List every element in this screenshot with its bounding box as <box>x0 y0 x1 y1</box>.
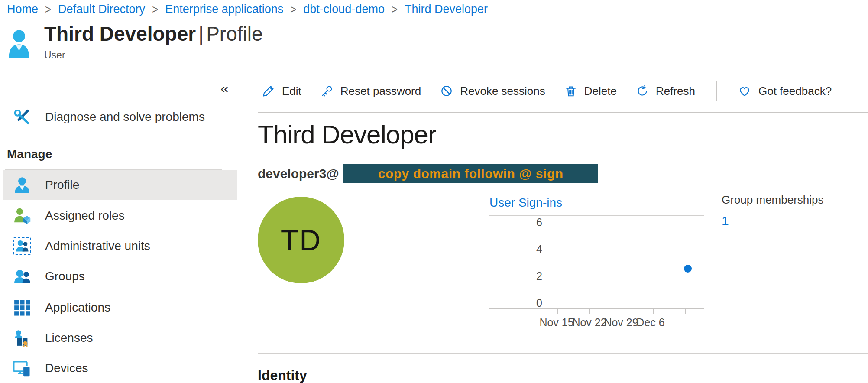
sidebar-item-label: Groups <box>45 269 85 283</box>
edit-label: Edit <box>282 84 301 98</box>
got-feedback-button[interactable]: Got feedback? <box>738 84 832 98</box>
sidebar-collapse-button[interactable]: « <box>220 81 229 95</box>
y-axis-tick-label: 2 <box>489 269 542 282</box>
delete-button[interactable]: Delete <box>564 84 617 98</box>
key-icon <box>321 84 334 97</box>
sidebar-item-groups[interactable]: Groups <box>0 262 237 291</box>
breadcrumb-separator: > <box>392 2 398 16</box>
sidebar: « Diagnose and solve problems Manage <box>0 65 243 383</box>
breadcrumb: Home > Default Directory > Enterprise ap… <box>7 3 488 16</box>
admin-units-icon <box>12 236 32 256</box>
sidebar-item-label: Licenses <box>45 331 93 345</box>
toolbar-rule <box>258 112 868 113</box>
object-type-label: User <box>44 49 263 61</box>
user-sign-ins-link[interactable]: User Sign-ins <box>489 196 562 210</box>
user-type-icon <box>8 29 30 61</box>
pencil-icon <box>262 84 275 97</box>
sidebar-item-label: Assigned roles <box>45 209 125 223</box>
page-title-section: Profile <box>206 23 262 45</box>
main-content: Edit Reset password Re <box>258 65 868 383</box>
sidebar-item-assigned-roles[interactable]: Assigned roles <box>0 201 237 230</box>
sidebar-item-label: Devices <box>45 361 88 375</box>
x-axis-tick <box>653 309 654 314</box>
tools-icon <box>12 107 32 127</box>
revoke-sessions-button[interactable]: Revoke sessions <box>440 84 545 98</box>
avatar[interactable]: TD <box>258 197 344 283</box>
command-bar: Edit Reset password Re <box>262 79 832 103</box>
sidebar-item-devices[interactable]: Devices <box>0 354 237 383</box>
y-axis-tick-label: 6 <box>489 216 542 229</box>
user-principal-name-prefix: developer3@ <box>258 166 339 181</box>
sidebar-item-diagnose[interactable]: Diagnose and solve problems <box>0 103 237 131</box>
x-axis-tick-label: Dec 6 <box>627 316 674 329</box>
people-icon <box>12 266 32 286</box>
sidebar-item-label: Profile <box>45 178 79 192</box>
x-axis-tick <box>557 309 558 314</box>
breadcrumb-enterprise-applications[interactable]: Enterprise applications <box>165 3 283 16</box>
person-icon <box>12 175 32 195</box>
page-title: Third Developer|Profile <box>44 23 263 45</box>
refresh-label: Refresh <box>656 84 695 98</box>
app-grid-icon <box>12 298 32 318</box>
x-axis-tick <box>685 309 686 314</box>
breadcrumb-default-directory[interactable]: Default Directory <box>58 3 145 16</box>
sidebar-section-manage: Manage <box>7 147 52 161</box>
user-sign-ins-chart: User Sign-ins 6 4 2 0 Nov 15 Nov 22 Nov … <box>489 195 706 338</box>
sidebar-item-label: Applications <box>45 301 110 315</box>
breadcrumb-third-developer[interactable]: Third Developer <box>405 3 488 16</box>
trash-icon <box>564 84 577 97</box>
x-axis-tick <box>622 309 622 314</box>
reset-password-label: Reset password <box>340 84 421 98</box>
y-axis-tick-label: 0 <box>489 296 542 309</box>
section-divider <box>258 353 868 354</box>
identity-section-heading: Identity <box>258 367 307 383</box>
user-principal-name-row: developer3@ copy domain followin @ sign <box>258 164 598 183</box>
breadcrumb-dbt-cloud-demo[interactable]: dbt-cloud-demo <box>303 3 385 16</box>
group-memberships-label: Group memberships <box>722 193 824 207</box>
sidebar-item-label: Administrative units <box>45 239 150 253</box>
toolbar-divider <box>716 81 717 101</box>
sidebar-divider <box>5 169 222 170</box>
x-axis-tick <box>589 309 590 314</box>
breadcrumb-separator: > <box>45 2 51 16</box>
refresh-button[interactable]: Refresh <box>636 84 695 98</box>
breadcrumb-separator: > <box>152 2 158 16</box>
edit-button[interactable]: Edit <box>262 84 301 98</box>
y-axis-tick-label: 4 <box>489 243 542 256</box>
sign-in-data-point <box>684 265 692 273</box>
sidebar-item-label: Diagnose and solve problems <box>45 110 205 124</box>
page-title-separator: | <box>198 23 204 45</box>
revoke-sessions-label: Revoke sessions <box>460 84 545 98</box>
devices-icon <box>12 358 32 378</box>
user-display-name: Third Developer <box>258 120 436 149</box>
page-header: Third Developer|Profile User <box>8 23 263 61</box>
sidebar-item-applications[interactable]: Applications <box>0 293 237 322</box>
license-icon <box>12 328 32 348</box>
page-title-name: Third Developer <box>44 23 196 45</box>
avatar-initials: TD <box>281 223 322 257</box>
person-cube-icon <box>12 206 32 226</box>
got-feedback-label: Got feedback? <box>758 84 832 98</box>
sidebar-item-licenses[interactable]: Licenses <box>0 323 237 353</box>
group-memberships-block: Group memberships 1 <box>722 193 824 228</box>
refresh-icon <box>636 84 649 97</box>
delete-label: Delete <box>584 84 617 98</box>
heart-icon <box>738 84 751 98</box>
azure-user-profile-page: Home > Default Directory > Enterprise ap… <box>0 0 868 383</box>
email-domain-redaction-overlay: copy domain followin @ sign <box>343 164 598 183</box>
group-memberships-count-link[interactable]: 1 <box>722 214 824 228</box>
reset-password-button[interactable]: Reset password <box>321 84 421 98</box>
x-axis-line <box>489 308 704 309</box>
block-icon <box>440 84 453 97</box>
sidebar-item-profile[interactable]: Profile <box>3 170 237 200</box>
sidebar-item-administrative-units[interactable]: Administrative units <box>0 231 237 261</box>
breadcrumb-home[interactable]: Home <box>7 3 38 16</box>
breadcrumb-separator: > <box>290 2 296 16</box>
